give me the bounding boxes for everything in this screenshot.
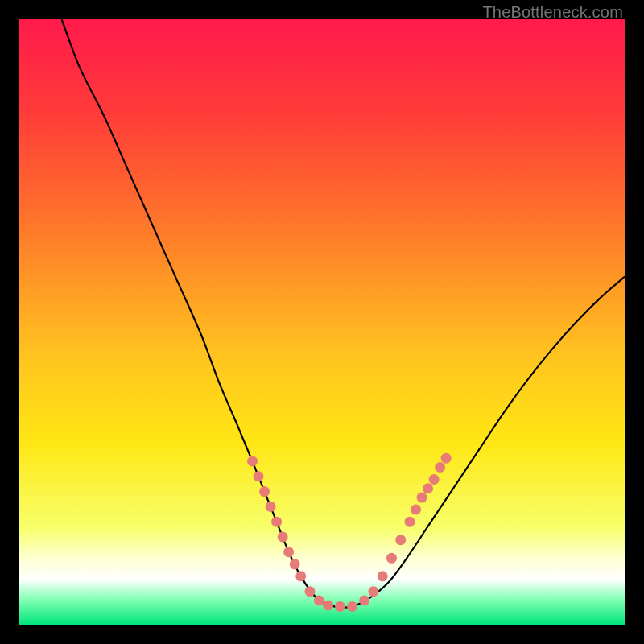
curve-marker <box>254 471 264 481</box>
curve-marker <box>423 483 433 493</box>
curve-marker <box>359 595 369 605</box>
curve-marker <box>435 462 445 473</box>
curve-marker <box>411 505 421 515</box>
curve-marker <box>314 595 324 605</box>
curve-marker <box>417 493 427 503</box>
curve-marker <box>295 571 306 581</box>
chart-svg <box>19 19 625 625</box>
curve-marker <box>266 502 276 512</box>
curve-marker <box>378 571 388 581</box>
curve-marker <box>395 535 406 545</box>
curve-marker <box>278 531 288 542</box>
curve-marker <box>405 517 415 527</box>
chart-frame <box>19 19 625 625</box>
curve-marker <box>247 456 258 466</box>
curve-marker <box>335 601 345 612</box>
curve-marker <box>283 547 294 557</box>
curve-marker <box>347 601 357 612</box>
curve-marker <box>386 553 397 564</box>
curve-marker <box>368 586 378 597</box>
curve-marker <box>304 586 315 597</box>
curve-marker <box>441 453 452 464</box>
curve-marker <box>429 474 440 485</box>
chart-background <box>19 19 625 625</box>
curve-marker <box>259 486 270 497</box>
curve-marker <box>323 600 333 610</box>
curve-marker <box>271 517 282 527</box>
curve-marker <box>290 559 300 569</box>
